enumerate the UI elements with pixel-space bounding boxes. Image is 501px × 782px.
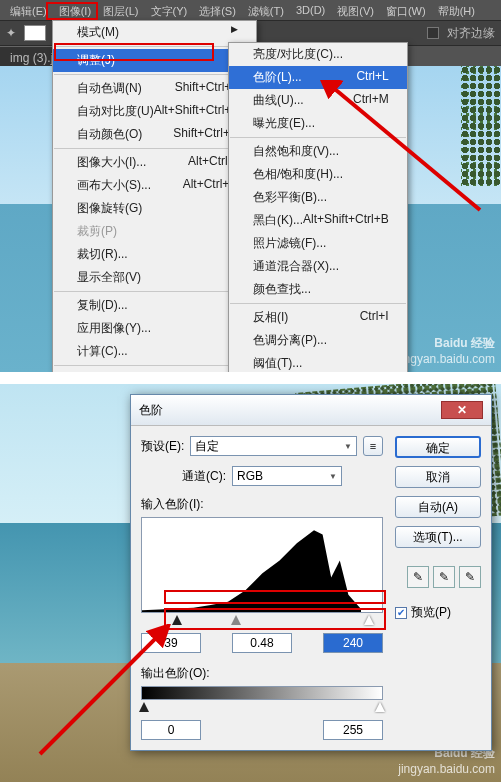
- menu-item[interactable]: 调整(J)▶: [53, 49, 256, 72]
- auto-button[interactable]: 自动(A): [395, 496, 481, 518]
- tool-icon: ✦: [6, 26, 16, 40]
- align-edges-check[interactable]: [427, 27, 439, 39]
- menubar: 编辑(E)图像(I)图层(L)文字(Y)选择(S)滤镜(T)3D(D)视图(V)…: [0, 0, 501, 20]
- photoshop-menu-screenshot: 编辑(E)图像(I)图层(L)文字(Y)选择(S)滤镜(T)3D(D)视图(V)…: [0, 0, 501, 372]
- watermark: Baidu 经验 jingyan.baidu.com: [398, 333, 495, 366]
- svg-line-1: [40, 634, 160, 754]
- white-eyedropper-icon[interactable]: ✎: [459, 566, 481, 588]
- menu-item[interactable]: 反相(I)Ctrl+I: [229, 306, 407, 329]
- svg-line-0: [330, 85, 480, 210]
- black-eyedropper-icon[interactable]: ✎: [407, 566, 429, 588]
- align-edges-label: 对齐边缘: [447, 25, 495, 42]
- menu-item[interactable]: 图层(L): [97, 2, 144, 18]
- dialog-titlebar: 色阶 ✕: [131, 395, 491, 426]
- menu-item[interactable]: 照片滤镜(F)...: [229, 232, 407, 255]
- channel-label: 通道(C):: [182, 468, 226, 485]
- menu-item[interactable]: 图像(I): [53, 2, 97, 18]
- menu-item[interactable]: 色调分离(P)...: [229, 329, 407, 352]
- menu-item[interactable]: 视图(V): [331, 2, 380, 18]
- channel-select[interactable]: RGB▼: [232, 466, 342, 486]
- menu-item[interactable]: 应用图像(Y)...: [53, 317, 256, 340]
- ok-button[interactable]: 确定: [395, 436, 481, 458]
- annotation-arrow-1: [320, 80, 490, 220]
- menu-item[interactable]: 变量(B)▶: [53, 368, 256, 372]
- menu-item[interactable]: 画布大小(S)...Alt+Ctrl+C: [53, 174, 256, 197]
- dialog-title: 色阶: [139, 402, 163, 419]
- cancel-button[interactable]: 取消: [395, 466, 481, 488]
- gray-eyedropper-icon[interactable]: ✎: [433, 566, 455, 588]
- menu-item[interactable]: 文字(Y): [145, 2, 194, 18]
- preset-label: 预设(E):: [141, 438, 184, 455]
- input-levels-label: 输入色阶(I):: [141, 497, 204, 511]
- annotation-arrow-2: [30, 624, 190, 764]
- output-white-field[interactable]: [323, 720, 383, 740]
- input-white-field[interactable]: [323, 633, 383, 653]
- menu-item[interactable]: 自动对比度(U)Alt+Shift+Ctrl+L: [53, 100, 256, 123]
- input-gamma-field[interactable]: [232, 633, 292, 653]
- menu-item[interactable]: 自动颜色(O)Shift+Ctrl+B: [53, 123, 256, 146]
- menu-item[interactable]: 帮助(H): [432, 2, 481, 18]
- swatch[interactable]: [24, 25, 46, 41]
- close-button[interactable]: ✕: [441, 401, 483, 419]
- menu-item[interactable]: 图像旋转(G)▶: [53, 197, 256, 220]
- menu-item[interactable]: 颜色查找...: [229, 278, 407, 301]
- image-menu-dropdown: 模式(M)▶调整(J)▶自动色调(N)Shift+Ctrl+L自动对比度(U)A…: [52, 20, 257, 372]
- menu-item[interactable]: 窗口(W): [380, 2, 432, 18]
- menu-item[interactable]: 裁切(R)...: [53, 243, 256, 266]
- levels-dialog-screenshot: 色阶 ✕ 预设(E): 自定▼ ≡ 通道(C): RGB▼ 输入色阶(: [0, 384, 501, 782]
- menu-item[interactable]: 复制(D)...: [53, 294, 256, 317]
- menu-item[interactable]: 显示全部(V): [53, 266, 256, 289]
- preset-menu-icon[interactable]: ≡: [363, 436, 383, 456]
- menu-item[interactable]: 亮度/对比度(C)...: [229, 43, 407, 66]
- options-button[interactable]: 选项(T)...: [395, 526, 481, 548]
- menu-item[interactable]: 自动色调(N)Shift+Ctrl+L: [53, 77, 256, 100]
- menu-item[interactable]: 3D(D): [290, 2, 331, 18]
- menu-item[interactable]: 通道混合器(X)...: [229, 255, 407, 278]
- histogram: [141, 517, 383, 613]
- menu-item[interactable]: 选择(S): [193, 2, 242, 18]
- menu-item[interactable]: 计算(C)...: [53, 340, 256, 363]
- menu-item[interactable]: 模式(M)▶: [53, 21, 256, 44]
- menu-item[interactable]: 阈值(T)...: [229, 352, 407, 372]
- preview-checkbox[interactable]: ✔预览(P): [395, 604, 481, 621]
- menu-item[interactable]: 滤镜(T): [242, 2, 290, 18]
- menu-item[interactable]: 编辑(E): [4, 2, 53, 18]
- menu-item[interactable]: 图像大小(I)...Alt+Ctrl+I: [53, 151, 256, 174]
- menu-item: 裁剪(P): [53, 220, 256, 243]
- preset-select[interactable]: 自定▼: [190, 436, 357, 456]
